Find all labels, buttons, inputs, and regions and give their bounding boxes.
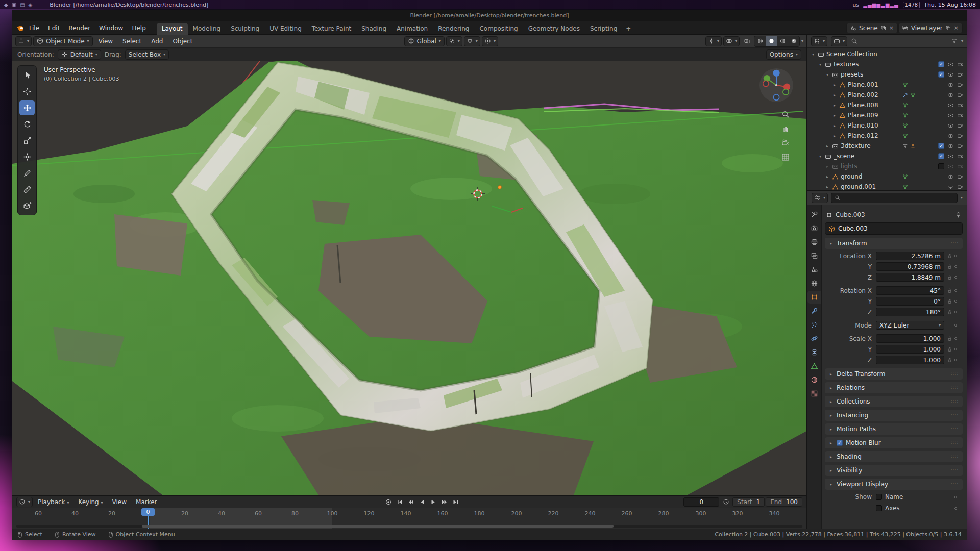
hide-viewport-eye-icon[interactable] [947, 173, 954, 180]
animate-dot[interactable] [954, 507, 957, 510]
scale-y-field[interactable]: 1.000 [876, 345, 944, 354]
scale-x-field[interactable]: 1.000 [876, 334, 944, 343]
lock-icon[interactable] [947, 346, 952, 352]
instancing-panel[interactable]: ▸Instancing∷∷ [825, 410, 963, 421]
properties-tab-render[interactable] [807, 222, 821, 235]
menu-help[interactable]: Help [128, 23, 150, 33]
outliner-row-textures[interactable]: ▾ textures ✓ [807, 59, 967, 69]
workspace-tab-layout[interactable]: Layout [157, 23, 188, 35]
properties-tab-view-layer[interactable] [807, 249, 821, 262]
xray-toggle[interactable] [741, 36, 752, 46]
relations-panel[interactable]: ▸Relations∷∷ [825, 382, 963, 393]
animate-dot[interactable] [954, 255, 957, 257]
menu-window[interactable]: Window [95, 23, 127, 33]
animate-dot[interactable] [954, 348, 957, 350]
app-icon[interactable]: ◆ [4, 2, 8, 8]
hide-viewport-eye-icon[interactable] [947, 82, 954, 88]
animate-dot[interactable] [954, 324, 957, 327]
menu-select[interactable]: Select [118, 36, 145, 46]
disclosure-icon[interactable]: ▸ [832, 103, 837, 108]
menu-object[interactable]: Object [168, 36, 197, 46]
armature-icon[interactable] [910, 143, 916, 149]
outliner-row-scene[interactable]: ▾ _scene ✓ [807, 151, 967, 161]
outliner-row-ground[interactable]: ▸ ground [807, 171, 967, 182]
disable-render-camera-icon[interactable] [957, 102, 964, 109]
lock-icon[interactable] [947, 336, 952, 341]
unlink-scene-icon[interactable]: × [889, 24, 894, 31]
blender-logo-icon[interactable] [16, 24, 24, 32]
menu-timeline-view[interactable]: View [108, 497, 131, 507]
animate-dot[interactable] [954, 359, 957, 361]
disclosure-icon[interactable]: ▸ [832, 93, 837, 97]
jump-to-end-button[interactable] [451, 497, 461, 507]
play-button[interactable] [428, 497, 438, 507]
new-scene-icon[interactable] [880, 25, 886, 31]
hide-viewport-eye-icon[interactable] [947, 153, 954, 160]
properties-tab-constraints[interactable] [807, 346, 821, 359]
clock[interactable]: Thu, 15 Aug 16:08 [924, 2, 976, 8]
location-z-field[interactable]: 1.8849 m [876, 273, 944, 282]
disable-render-camera-icon[interactable] [957, 92, 964, 98]
pin-icon[interactable] [955, 212, 962, 218]
disclosure-icon[interactable]: ▸ [832, 123, 837, 128]
hide-viewport-eye-icon[interactable] [947, 133, 954, 139]
pivot-point-selector[interactable]: ▾ [446, 36, 462, 46]
hide-viewport-eye-icon[interactable] [947, 92, 954, 98]
add-cube-tool[interactable] [19, 198, 35, 213]
workspace-tab-animation[interactable]: Animation [391, 23, 433, 35]
jump-to-start-button[interactable] [395, 497, 405, 507]
workspace-tab-shading[interactable]: Shading [356, 23, 391, 35]
lock-icon[interactable] [947, 264, 952, 269]
workspace-tab-modeling[interactable]: Modeling [188, 23, 226, 35]
geometry-nodes-icon[interactable] [902, 174, 908, 180]
disclosure-icon[interactable]: ▾ [825, 72, 830, 77]
measure-tool[interactable] [19, 182, 35, 197]
disable-render-camera-icon[interactable] [957, 173, 964, 180]
properties-editor-type[interactable]: ▾ [812, 193, 828, 203]
collection-exclude-checkbox[interactable]: ✓ [938, 153, 944, 159]
remove-view-layer-icon[interactable]: × [953, 24, 959, 31]
menu-marker[interactable]: Marker [132, 497, 161, 507]
disclosure-icon[interactable]: ▸ [825, 185, 830, 189]
outliner-row-plane[interactable]: ▸ Plane.001 [807, 80, 967, 90]
disclosure-icon[interactable]: ▸ [832, 113, 837, 118]
properties-tab-physics[interactable] [807, 332, 821, 345]
rotation-x-field[interactable]: 45° [876, 286, 944, 295]
properties-tab-object[interactable] [807, 291, 821, 304]
outliner-row-plane[interactable]: ▸ Plane.010 [807, 120, 967, 131]
disclosure-icon[interactable]: ▾ [811, 52, 816, 57]
menu-file[interactable]: File [25, 23, 43, 33]
location-y-field[interactable]: 0.73968 m [876, 262, 944, 271]
animate-dot[interactable] [954, 300, 957, 303]
disclosure-icon[interactable]: ▸ [832, 134, 837, 138]
transform-tool[interactable] [19, 149, 35, 164]
lock-icon[interactable] [947, 253, 952, 259]
location-x-field[interactable]: 2.5286 m [876, 252, 944, 260]
outliner-editor-type[interactable]: ▾ [811, 36, 827, 46]
outliner-row-plane[interactable]: ▸ Plane.012 [807, 131, 967, 141]
disclosure-icon[interactable]: ▸ [825, 144, 830, 148]
animate-dot[interactable] [954, 337, 957, 340]
scale-z-field[interactable]: 1.000 [876, 356, 944, 364]
collection-exclude-checkbox[interactable]: ✓ [938, 61, 944, 67]
window-titlebar[interactable]: Blender [/home/amalie/Desktop/blender/tr… [12, 10, 967, 21]
outliner-display-mode[interactable]: ▾ [831, 36, 847, 46]
scene-selector[interactable]: Scene × [846, 23, 898, 33]
geometry-nodes-icon[interactable] [902, 123, 908, 129]
move-tool[interactable] [19, 100, 35, 115]
show-overlays-toggle[interactable]: ▾ [723, 36, 740, 46]
animate-dot[interactable] [954, 265, 957, 268]
camera-view-icon[interactable] [781, 139, 790, 147]
hide-viewport-eye-icon[interactable] [947, 61, 954, 68]
shading-solid-button[interactable] [766, 36, 777, 46]
menu-add[interactable]: Add [147, 36, 167, 46]
hide-viewport-eye-icon[interactable] [947, 112, 954, 119]
timeline-scrollbar[interactable] [16, 525, 802, 528]
disable-render-camera-icon[interactable] [957, 71, 964, 78]
current-frame-field[interactable]: 0 [683, 497, 719, 507]
modifier-wrench-icon[interactable] [902, 92, 908, 98]
proportional-editing-toggle[interactable]: ▾ [482, 36, 498, 46]
rotation-z-field[interactable]: 180° [876, 308, 944, 316]
outliner-search-icon[interactable] [851, 38, 857, 44]
workspace-tab-sculpting[interactable]: Sculpting [226, 23, 264, 35]
